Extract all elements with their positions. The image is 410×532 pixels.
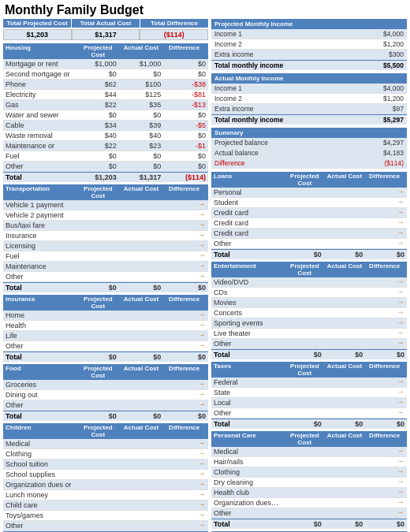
taxes-section: Taxes Projected Cost Actual Cost Differe… (211, 362, 407, 429)
table-row: Movies→ (211, 298, 407, 308)
table-row: School tuition→ (3, 459, 208, 470)
table-row: Water and sewer $0 $0 $0 (3, 110, 208, 121)
summary-col2: Total Actual Cost (72, 19, 140, 28)
food-header: Food Projected Cost Actual Cost Differen… (3, 364, 208, 380)
table-row: Other→ (3, 521, 208, 531)
table-row: Personal→ (211, 188, 407, 198)
table-row: Mortgage or rent $1,000 $1,000 $0 (3, 59, 208, 69)
table-row: Dry cleaning→ (211, 478, 407, 488)
food-total: Total $0 $0 $0 (3, 411, 208, 421)
transportation-title: Transportation (6, 185, 76, 199)
entertainment-section: Entertainment Projected Cost Actual Cost… (211, 262, 407, 359)
table-row: Other→ (211, 408, 407, 419)
right-column: Projected Monthly Income Income 1 $4,000… (211, 19, 407, 532)
difference-row: Difference ($114) (211, 158, 407, 169)
housing-title: Housing (6, 44, 76, 58)
children-section: Children Projected Cost Actual Cost Diff… (3, 423, 208, 532)
table-row: Other→ (3, 341, 208, 352)
housing-diff-col: Difference (162, 44, 206, 58)
table-row: Sporting events→ (211, 318, 407, 329)
table-row: Federal→ (211, 378, 407, 388)
table-row: Child care→ (3, 500, 208, 511)
summary-val3: ($114) (140, 29, 208, 40)
table-row: Vehicle 2 payment→ (3, 210, 208, 221)
table-row: Health club→ (211, 488, 407, 498)
list-item: Extra income $97 (211, 104, 407, 114)
table-row: CDs→ (211, 288, 407, 298)
table-row: Phone $62 $100 -$38 (3, 80, 208, 90)
housing-section: Housing Projected Cost Actual Cost Diffe… (3, 43, 208, 182)
projected-balance-row: Projected balance $4,297 (211, 138, 407, 148)
summary-val2: $1,317 (72, 29, 140, 40)
table-row: Other $0 $0 $0 (3, 162, 208, 172)
loans-total: Total $0 $0 $0 (211, 249, 407, 259)
balance-header: Summary (211, 128, 407, 138)
table-row: Organization dues/fees→ (211, 498, 407, 508)
summary-col3: Total Difference (140, 19, 208, 28)
table-row: Clothing→ (211, 467, 407, 478)
list-item: Income 2 $1,200 (211, 94, 407, 104)
table-row: Local→ (211, 398, 407, 408)
balance-section: Summary Projected balance $4,297 Actual … (211, 128, 407, 169)
summary-val1: $1,203 (3, 29, 72, 40)
taxes-total: Total $0 $0 $0 (211, 419, 407, 429)
table-row: State→ (211, 388, 407, 398)
table-row: Credit card→ (211, 208, 407, 218)
actual-balance-row: Actual balance $4,183 (211, 148, 407, 158)
housing-actual-col: Actual Cost (120, 44, 163, 58)
loans-section: Loans Projected Cost Actual Cost Differe… (211, 172, 407, 259)
table-row: Medical→ (211, 447, 407, 457)
insurance-section: Insurance Projected Cost Actual Cost Dif… (3, 295, 208, 362)
table-row: Credit card→ (211, 218, 407, 229)
table-row: Second mortgage or $0 $0 $0 (3, 69, 208, 80)
taxes-header: Taxes Projected Cost Actual Cost Differe… (211, 362, 407, 378)
table-row: Gas $22 $35 -$13 (3, 100, 208, 110)
table-row: Hair/nails→ (211, 457, 407, 467)
table-row: Vehicle 1 payment→ (3, 200, 208, 210)
table-row: Medical→ (3, 439, 208, 449)
table-row: Live theater→ (211, 329, 407, 339)
actual-income-section: Actual Monthly Income Income 1 $4,000 In… (211, 73, 407, 125)
table-row: Groceries→ (3, 380, 208, 390)
housing-total: Total $1,203 $1,317 ($114) (3, 172, 208, 182)
actual-income-total: Total monthly income $5,297 (211, 114, 407, 125)
table-row: Video/DVD→ (211, 277, 407, 288)
table-row: Waste removal $40 $40 $0 (3, 131, 208, 141)
table-row: Other→ (3, 400, 208, 411)
page-title: Monthly Family Budget (0, 0, 410, 19)
table-row: School supplies→ (3, 470, 208, 480)
loans-header: Loans Projected Cost Actual Cost Differe… (211, 172, 407, 188)
table-row: Electricity $44 $125 -$81 (3, 90, 208, 100)
summary-values: $1,203 $1,317 ($114) (3, 29, 208, 40)
table-row: Licensing→ (3, 241, 208, 251)
table-row: Other→ (211, 239, 407, 249)
food-section: Food Projected Cost Actual Cost Differen… (3, 364, 208, 421)
table-row: Maintenance or $22 $23 -$1 (3, 141, 208, 151)
summary-bar: Total Projected Cost Total Actual Cost T… (3, 19, 208, 28)
transportation-section: Transportation Projected Cost Actual Cos… (3, 184, 208, 292)
insurance-total: Total $0 $0 $0 (3, 352, 208, 362)
entertainment-header: Entertainment Projected Cost Actual Cost… (211, 262, 407, 277)
table-row: Fuel $0 $0 $0 (3, 151, 208, 162)
projected-income-section: Projected Monthly Income Income 1 $4,000… (211, 19, 407, 70)
table-row: Student→ (211, 198, 407, 208)
table-row: Cable $34 $39 -$5 (3, 121, 208, 131)
list-item: Income 1 $4,000 (211, 29, 407, 39)
left-column: Total Projected Cost Total Actual Cost T… (3, 19, 208, 532)
table-row: Health→ (3, 321, 208, 331)
table-row: Dining out→ (3, 390, 208, 400)
table-row: Insurance→ (3, 231, 208, 241)
summary-col1: Total Projected Cost (3, 19, 72, 28)
housing-header: Housing Projected Cost Actual Cost Diffe… (3, 43, 208, 59)
transportation-total: Total $0 $0 $0 (3, 282, 208, 292)
table-row: Organization dues or→ (3, 480, 208, 490)
list-item: Income 1 $4,000 (211, 84, 407, 94)
list-item: Income 2 $1,200 (211, 39, 407, 50)
insurance-header: Insurance Projected Cost Actual Cost Dif… (3, 295, 208, 311)
transportation-header: Transportation Projected Cost Actual Cos… (3, 184, 208, 200)
projected-income-total: Total monthly income $5,500 (211, 60, 407, 70)
table-row: Concerts→ (211, 308, 407, 318)
table-row: Bus/taxi fare→ (3, 221, 208, 231)
table-row: Other→ (211, 339, 407, 349)
children-header: Children Projected Cost Actual Cost Diff… (3, 423, 208, 439)
